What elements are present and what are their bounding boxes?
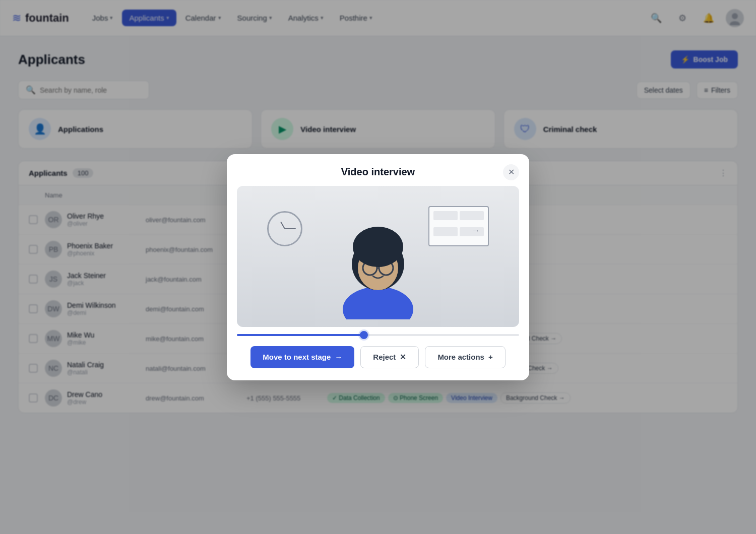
modal-overlay: Video interview ✕ →	[0, 0, 756, 534]
board-note	[460, 211, 484, 220]
progress-bar-background	[237, 334, 519, 336]
modal-actions: Move to next stage → Reject ✕ More actio…	[227, 336, 529, 380]
clock-hour-hand	[280, 221, 285, 229]
video-interview-modal: Video interview ✕ →	[227, 154, 529, 380]
arrow-right-icon: →	[335, 353, 342, 361]
board-arrow-icon: →	[472, 226, 480, 235]
video-area: →	[237, 186, 519, 327]
plus-icon: +	[488, 353, 493, 361]
clock-minute-hand	[285, 228, 296, 229]
board-note	[433, 211, 458, 220]
progress-bar-fill	[237, 334, 364, 336]
move-to-next-stage-button[interactable]: Move to next stage →	[250, 346, 354, 368]
clock-illustration	[267, 211, 302, 246]
reject-button[interactable]: Reject ✕	[360, 346, 419, 368]
progress-area[interactable]	[227, 327, 529, 336]
board-illustration: →	[428, 206, 489, 246]
svg-point-2	[343, 287, 413, 319]
close-button[interactable]: ✕	[503, 164, 519, 180]
progress-thumb[interactable]	[360, 331, 368, 339]
svg-point-9	[353, 227, 403, 267]
modal-header: Video interview ✕	[227, 154, 529, 186]
modal-title: Video interview	[341, 166, 415, 177]
board-note	[433, 227, 458, 236]
close-icon: ✕	[400, 353, 406, 362]
person-illustration	[328, 198, 428, 319]
more-actions-button[interactable]: More actions +	[425, 346, 505, 368]
